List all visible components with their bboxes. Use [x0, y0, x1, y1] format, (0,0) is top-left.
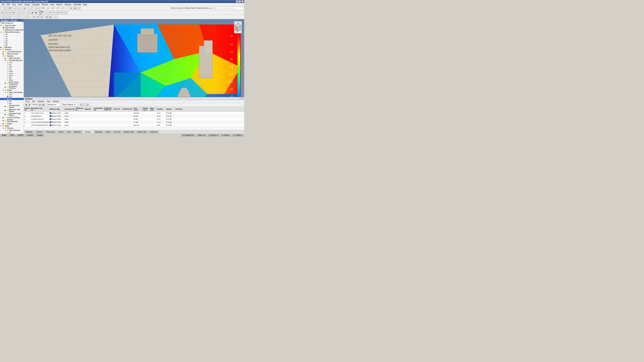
- new-button[interactable]: 📄: [0, 6, 4, 10]
- tree-global-deformations[interactable]: ▼ 📁 Global Deformations: [0, 31, 24, 33]
- table-row[interactable]: 5 1,2,4,1,270,63-28,3166,69,262,4,265,2 …: [24, 121, 244, 124]
- tb-btn-prev[interactable]: ◀: [28, 103, 31, 106]
- zoom-in-button[interactable]: +: [28, 6, 32, 10]
- render-btn-2[interactable]: ◪: [30, 11, 34, 14]
- radio-ux[interactable]: [4, 34, 5, 35]
- radio-py[interactable]: [4, 42, 5, 44]
- member-btn1[interactable]: —: [14, 15, 17, 19]
- radio-o1plus[interactable]: [7, 62, 8, 63]
- snap-btn2[interactable]: ⊕: [49, 11, 52, 14]
- snap-btn1[interactable]: ⊹: [45, 11, 49, 14]
- tree-bm[interactable]: bm: [0, 77, 24, 79]
- tree-internal-forces[interactable]: ▶ 📁 Internal Forces: [0, 53, 24, 55]
- tree-solids-px[interactable]: px: [0, 131, 24, 134]
- render-btn-1[interactable]: ◫: [26, 11, 30, 14]
- tree-principal-stresses[interactable]: ▼ 📂 Principal Stresses: [0, 59, 24, 61]
- radio-eyy[interactable]: [7, 96, 8, 97]
- settings-menu[interactable]: Settings: [52, 100, 60, 103]
- menu-results[interactable]: Results: [41, 3, 49, 6]
- expand-elastic-stress[interactable]: ▶: [5, 82, 6, 84]
- save-button[interactable]: 💾: [8, 6, 12, 10]
- radio-taumax[interactable]: [7, 79, 8, 81]
- results-btn1[interactable]: ◑: [45, 15, 49, 19]
- minimize-button[interactable]: −: [236, 0, 238, 3]
- zoom-all-button[interactable]: ⊙: [36, 6, 40, 10]
- view-btn-4[interactable]: ⊠: [12, 11, 16, 14]
- selection-menu[interactable]: Selection: [36, 100, 46, 103]
- table-row[interactable]: 4 4-9,268,37-58,270 Without Thick... Pla…: [24, 118, 244, 121]
- rotate-btn[interactable]: ↺: [17, 11, 21, 14]
- close-button[interactable]: ✕: [241, 0, 244, 3]
- menu-options[interactable]: Options: [55, 3, 64, 6]
- menu-help[interactable]: Help: [82, 3, 88, 6]
- radio-px[interactable]: [4, 40, 5, 41]
- expand-type-of-results[interactable]: ▼: [0, 25, 2, 26]
- view-menu[interactable]: View: [46, 100, 52, 103]
- tree-contact-stresses[interactable]: ▶ 📁 Contact Stresses: [0, 116, 24, 119]
- menu-file[interactable]: File: [1, 3, 6, 6]
- menu-tools[interactable]: Tools: [49, 3, 55, 6]
- tree-isotropic[interactable]: ▶ 📁 Isotropic Characteristics: [0, 119, 24, 123]
- zoom-out-button[interactable]: −: [32, 6, 36, 10]
- panel-minimize-btn[interactable]: −: [238, 97, 240, 100]
- tree-o1plus[interactable]: σ1,+: [0, 61, 24, 64]
- tree-equiv-stress[interactable]: ▶ 📁 Equivalent Stresses: [0, 85, 24, 89]
- export-btn[interactable]: 📋: [83, 103, 86, 106]
- tree-basic-total-strains[interactable]: ▼ 📂 Basic Total Strains: [0, 91, 24, 93]
- bottom-tab-solids[interactable]: Solids: [104, 131, 112, 133]
- tree-solids[interactable]: ▼ 📂 Solids: [0, 125, 24, 127]
- status-glines[interactable]: GLINES: [26, 134, 34, 137]
- radio-bm[interactable]: [7, 77, 8, 79]
- radio-exxminus[interactable]: [7, 98, 8, 100]
- bottom-tab-thicknesses[interactable]: Thicknesses: [44, 131, 57, 133]
- expand-global-deformations[interactable]: ▼: [0, 31, 2, 33]
- maximize-button[interactable]: □: [238, 0, 241, 3]
- status-grid[interactable]: GRID: [9, 134, 16, 137]
- menu-window[interactable]: Window: [64, 3, 72, 6]
- tree-py[interactable]: py: [0, 42, 24, 44]
- bottom-tab-solid-sets[interactable]: Solid Sets: [148, 131, 159, 133]
- tb-btn-first[interactable]: |◀: [24, 103, 28, 106]
- open-button[interactable]: 📂: [4, 6, 8, 10]
- radio-o2plus[interactable]: [7, 66, 8, 68]
- load-btn1[interactable]: ↓↓: [23, 15, 26, 19]
- tb-btn-last[interactable]: ▶|: [42, 103, 45, 106]
- expand-max-total-strains[interactable]: ▶: [5, 110, 6, 111]
- tree-local-deformations[interactable]: ▶ 📁 Local Deformations: [0, 51, 24, 53]
- surface-btn2[interactable]: △: [4, 15, 8, 19]
- bottom-tab-member-sets[interactable]: Member Sets: [122, 131, 135, 133]
- redo-button[interactable]: ↪: [17, 6, 21, 10]
- structure-dropdown[interactable]: Structure ▼: [47, 103, 60, 106]
- member-btn2[interactable]: ╱: [17, 15, 21, 19]
- tree-basic-stresses[interactable]: ▶ 📁 Basic Stresses: [0, 57, 24, 59]
- tree-final-results[interactable]: Final Results: [0, 27, 24, 29]
- tree-type-of-results[interactable]: ▼ 📁 Type of results: [0, 24, 24, 27]
- tree-elastic-stress[interactable]: ▶ 📁 Elastic Stress Components: [0, 81, 24, 85]
- bottom-tab-surfaces[interactable]: Surfaces: [83, 131, 93, 133]
- radio-initial-state[interactable]: [3, 29, 4, 31]
- surface-btn3[interactable]: ◯: [8, 15, 12, 19]
- tree-o2m[interactable]: σ2,m: [0, 75, 24, 77]
- navigator-close-icon[interactable]: ✕: [22, 19, 23, 21]
- radio-o1minus[interactable]: [7, 64, 8, 65]
- snap-btn6[interactable]: ⊙: [64, 11, 68, 14]
- expand-equiv-total-strains[interactable]: ▶: [5, 114, 6, 115]
- menu-view[interactable]: View: [11, 3, 17, 6]
- radio-solids-px[interactable]: [7, 132, 8, 133]
- tree-pz[interactable]: pz: [0, 44, 24, 46]
- snap-btn4[interactable]: ⊗: [56, 11, 60, 14]
- tree-solids-basic-stresses[interactable]: ▼ 📂 Basic Stresses: [0, 129, 24, 131]
- coord-dropdown-btn[interactable]: 1 - Global XYZ ▼: [40, 11, 43, 14]
- radio-eyyminus[interactable]: [7, 103, 8, 104]
- tree-px[interactable]: px: [0, 40, 24, 42]
- snap-btn3[interactable]: ✦: [53, 11, 56, 14]
- expand-local-def[interactable]: ▶: [3, 51, 4, 53]
- tree-eyy[interactable]: εyy+: [0, 96, 24, 98]
- menu-calculate[interactable]: Calculate: [31, 3, 41, 6]
- load-btn2[interactable]: ↕↕: [26, 15, 30, 19]
- expand-members[interactable]: ▶: [0, 46, 2, 48]
- radio-o1m[interactable]: [7, 73, 8, 74]
- render-btn-3[interactable]: ▣: [34, 11, 38, 14]
- tree-surfaces[interactable]: ▼ 📂 Surfaces: [0, 48, 24, 51]
- snap-btn5[interactable]: ⊘: [60, 11, 64, 14]
